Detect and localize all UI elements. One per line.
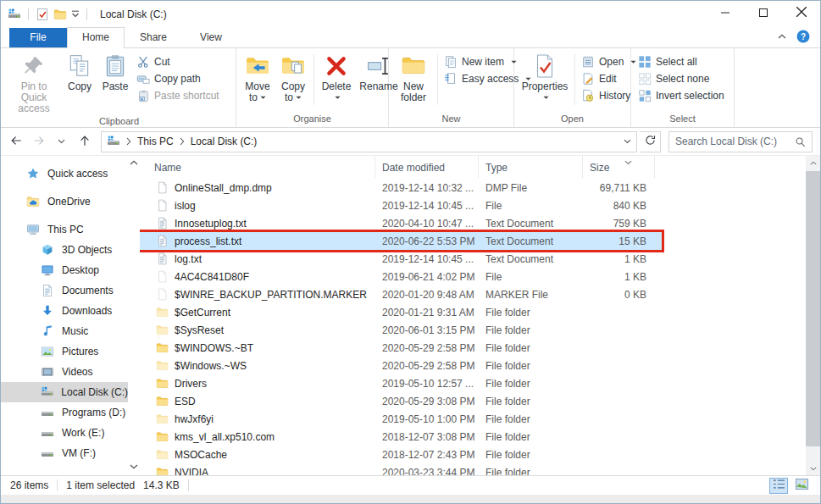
search-input[interactable] xyxy=(675,136,795,147)
copy-to-button[interactable]: Copy to xyxy=(275,52,311,105)
table-row[interactable]: islog2019-12-14 10:45 ...File840 KB xyxy=(140,197,662,214)
sidebar-item-this-pc[interactable]: This PC xyxy=(1,219,128,240)
sidebar-item-quick-access[interactable]: Quick access xyxy=(1,163,128,184)
sidebar-item-downloads[interactable]: Downloads xyxy=(1,301,128,321)
select-none-button[interactable]: Select none xyxy=(638,72,724,86)
paste-shortcut-button[interactable]: Paste shortcut xyxy=(136,89,219,102)
table-row[interactable]: log.txt2019-12-14 10:45 ...Text Document… xyxy=(140,250,662,268)
table-row[interactable]: process_list.txt2020-06-22 5:53 PMText D… xyxy=(140,232,662,250)
scroll-up-icon[interactable] xyxy=(130,160,138,165)
delete-button[interactable]: Delete xyxy=(317,52,356,105)
help-icon[interactable]: ? xyxy=(796,30,810,43)
recent-locations-button[interactable] xyxy=(52,131,72,152)
sidebar-item-videos[interactable]: Videos xyxy=(1,362,128,382)
list-scrollbar[interactable] xyxy=(806,156,820,475)
table-row[interactable]: OnlineStall_dmp.dmp2019-12-14 10:32 ...D… xyxy=(140,179,662,197)
cut-button[interactable]: Cut xyxy=(136,55,219,69)
name-cell: process_list.txt xyxy=(140,235,375,247)
address-dropdown-icon[interactable] xyxy=(624,139,631,144)
table-row[interactable]: $Windows.~WS2020-05-29 2:58 PMFile folde… xyxy=(140,357,662,374)
file-blank-icon xyxy=(156,199,169,212)
column-header-size[interactable]: Size xyxy=(583,156,655,179)
sidebar-item-onedrive[interactable]: OneDrive xyxy=(1,191,128,212)
customize-toolbar-icon[interactable] xyxy=(71,10,80,18)
scroll-up-button[interactable] xyxy=(806,156,820,169)
table-row[interactable]: $SysReset2020-06-01 3:15 PMFile folder xyxy=(140,321,662,339)
sidebar-item-work-e[interactable]: Work (E:) xyxy=(1,423,128,443)
sidebar-item-vm-f[interactable]: VM (F:) xyxy=(1,443,128,463)
table-row[interactable]: MSOCache2018-12-07 2:43 PMFile folder xyxy=(140,446,662,463)
scroll-down-button[interactable] xyxy=(806,462,820,475)
column-header-date-modified[interactable]: Date modified xyxy=(375,156,479,179)
folder-icon xyxy=(156,448,169,461)
name-cell: $WINDOWS.~BT xyxy=(140,341,375,354)
group-label-new: New xyxy=(389,114,513,127)
scrollbar-thumb[interactable] xyxy=(806,171,820,446)
ribbon-group-organise: Move to Copy to Delete Rename Organise xyxy=(236,48,389,127)
table-row[interactable]: ESD2020-05-29 3:08 PMFile folder xyxy=(140,392,662,410)
new-folder-shortcut-icon[interactable] xyxy=(53,8,67,21)
sidebar-item-documents[interactable]: Documents xyxy=(1,280,128,301)
breadcrumb[interactable]: This PC Local Disk (C:) xyxy=(101,131,637,152)
maximize-button[interactable] xyxy=(744,1,782,25)
tab-view[interactable]: View xyxy=(182,28,240,47)
scroll-down-icon[interactable] xyxy=(130,464,138,469)
up-button[interactable] xyxy=(75,131,95,152)
forward-button[interactable] xyxy=(29,131,49,152)
collapse-ribbon-icon[interactable] xyxy=(778,34,786,39)
breadcrumb-item-this-pc[interactable]: This PC xyxy=(137,136,174,147)
table-row[interactable]: NVIDIA2020-03-23 3:44 PMFile folder xyxy=(140,463,662,475)
sidebar-item-label: Documents xyxy=(62,285,114,296)
picture-icon xyxy=(41,345,54,358)
sidebar-item-programs-d[interactable]: Programs (D:) xyxy=(1,402,128,423)
table-row[interactable]: hwJxf6yi2019-05-10 1:00 PMFile folder xyxy=(140,410,662,428)
table-row[interactable]: kms_vl_all.xp510.com2018-12-07 3:08 PMFi… xyxy=(140,428,662,446)
column-header-name[interactable]: Name xyxy=(140,156,375,179)
table-row[interactable]: $WINRE_BACKUP_PARTITION.MARKER2020-01-20… xyxy=(140,285,662,303)
refresh-button[interactable] xyxy=(640,131,661,152)
sidebar-item-local-disk-c[interactable]: Local Disk (C:) xyxy=(1,382,128,402)
open-button[interactable]: Open xyxy=(581,55,636,69)
date-modified-cell: 2020-01-21 9:31 AM xyxy=(375,307,479,318)
table-row[interactable]: Innosetuplog.txt2020-04-10 10:47 ...Text… xyxy=(140,214,662,232)
sidebar-scrollbar[interactable] xyxy=(128,156,140,475)
back-button[interactable] xyxy=(6,131,26,152)
copy-icon xyxy=(67,53,92,79)
sidebar-item-desktop[interactable]: Desktop xyxy=(1,260,128,280)
table-row[interactable]: $WINDOWS.~BT2020-05-29 2:58 PMFile folde… xyxy=(140,339,662,357)
properties-button[interactable]: Properties xyxy=(518,52,572,105)
sidebar-item-3d-objects[interactable]: 3D Objects xyxy=(1,240,128,260)
thumbnails-view-button[interactable] xyxy=(792,478,811,494)
file-name: log.txt xyxy=(175,253,202,265)
search-icon[interactable] xyxy=(795,136,806,147)
copy-path-button[interactable]: Copy path xyxy=(136,72,219,86)
tab-home[interactable]: Home xyxy=(67,27,125,48)
paste-button[interactable]: Paste xyxy=(97,52,133,94)
column-header-type[interactable]: Type xyxy=(479,156,583,179)
table-row[interactable]: 4AC4C841D80F2019-06-21 4:02 PMFile1 KB xyxy=(140,268,662,285)
sidebar-item-pictures[interactable]: Pictures xyxy=(1,341,128,362)
history-button[interactable]: History xyxy=(581,89,636,102)
new-folder-button[interactable]: New folder xyxy=(392,52,435,105)
move-to-button[interactable]: Move to xyxy=(240,52,275,105)
sidebar-item-music[interactable]: Music xyxy=(1,321,128,341)
invert-selection-button[interactable]: Invert selection xyxy=(638,89,724,102)
edit-button[interactable]: Edit xyxy=(581,72,636,86)
file-name: $WINRE_BACKUP_PARTITION.MARKER xyxy=(175,289,367,301)
close-button[interactable] xyxy=(782,1,820,25)
file-blank-icon xyxy=(156,288,169,301)
minimize-button[interactable] xyxy=(706,1,744,25)
tab-file[interactable]: File xyxy=(9,28,67,47)
table-row[interactable]: Drivers2019-05-10 12:57 ...File folder xyxy=(140,374,662,392)
window-title: Local Disk (C:) xyxy=(100,8,167,20)
onedrive-icon xyxy=(26,195,40,208)
properties-shortcut-icon[interactable] xyxy=(36,8,49,21)
size-cell: 69,711 KB xyxy=(583,182,655,194)
details-view-button[interactable] xyxy=(769,478,788,494)
select-all-button[interactable]: Select all xyxy=(638,55,724,69)
pin-to-quick-access-button[interactable]: Pin to Quick access xyxy=(6,52,62,116)
tab-share[interactable]: Share xyxy=(125,28,182,47)
breadcrumb-item-local-disk-c[interactable]: Local Disk (C:) xyxy=(191,136,258,147)
table-row[interactable]: $GetCurrent2020-01-21 9:31 AMFile folder xyxy=(140,303,662,321)
copy-button[interactable]: Copy xyxy=(62,52,97,94)
